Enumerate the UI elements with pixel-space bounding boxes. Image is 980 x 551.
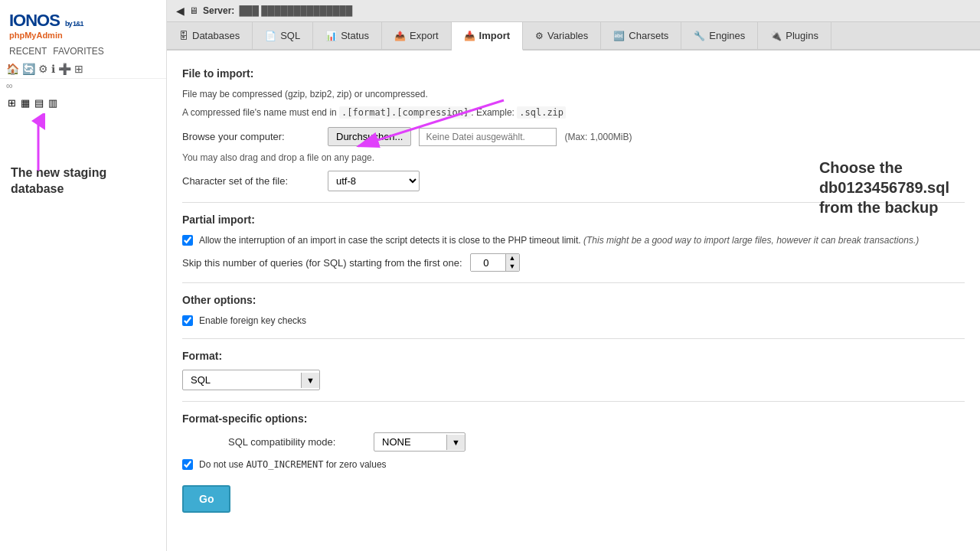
compat-mode-select-wrap: NONE ▼	[374, 432, 466, 452]
charset-label: Character set of the file:	[182, 175, 320, 187]
drag-drop-note: You may also drag and drop a file on any…	[182, 152, 965, 163]
db-icon-2[interactable]: ▤	[34, 97, 44, 109]
other-options-title: Other options:	[182, 294, 965, 306]
sql-icon: 📄	[265, 31, 276, 41]
info-icon[interactable]: ℹ	[51, 63, 55, 75]
recent-link[interactable]: RECENT	[9, 46, 47, 57]
engines-icon: 🔧	[694, 31, 705, 41]
format-dropdown-arrow[interactable]: ▼	[301, 373, 319, 388]
tab-status[interactable]: 📊 Status	[313, 22, 382, 49]
db-icon-1[interactable]: ▦	[21, 97, 30, 109]
settings-icon[interactable]: ⚙	[38, 63, 48, 75]
separator-3	[182, 338, 965, 339]
format-specific-title: Format-specific options:	[182, 412, 965, 425]
favorites-link[interactable]: FAVORITES	[53, 46, 103, 57]
file-name-display[interactable]	[419, 128, 557, 146]
server-label: Server:	[203, 5, 234, 16]
spin-buttons: ▲ ▼	[505, 254, 519, 271]
format-select-wrap: SQL ▼	[182, 370, 320, 390]
browse-label: Browse your computer:	[182, 131, 320, 142]
db-expand-icon[interactable]: ⊞	[8, 97, 16, 109]
file-desc-1: File may be compressed (gzip, bzip2, zip…	[182, 87, 965, 101]
sidebar-toolbar: 🏠 🔄 ⚙ ℹ ➕ ⊞	[0, 60, 166, 79]
import-content: Choose thedb0123456789.sqlfrom the backu…	[167, 51, 980, 551]
tab-charsets[interactable]: 🔤 Charsets	[601, 22, 681, 49]
tab-import[interactable]: 📥 Import	[452, 22, 523, 51]
max-size-label: (Max: 1,000MiB)	[564, 132, 632, 142]
file-to-import-title: File to import:	[182, 67, 965, 80]
status-icon: 📊	[325, 31, 337, 41]
top-bar: ◀ 🖥 Server: ███ ██████████████	[167, 0, 980, 22]
variables-icon: ⚙	[535, 31, 544, 41]
import-icon: 📥	[464, 31, 475, 41]
tab-databases[interactable]: 🗄 Databases	[167, 22, 253, 49]
server-icon: 🖥	[189, 5, 198, 16]
skip-queries-label: Skip this number of queries (for SQL) st…	[182, 257, 462, 269]
separator-1	[182, 202, 965, 203]
charsets-icon: 🔤	[613, 31, 625, 41]
compat-mode-row: SQL compatibility mode: NONE ▼	[182, 432, 965, 452]
sidebar-annotation-area: The new staging database	[0, 113, 166, 545]
foreign-key-row: Enable foreign key checks	[182, 314, 965, 328]
export-icon: 📤	[394, 31, 406, 41]
db-icon-3[interactable]: ▥	[48, 97, 57, 109]
databases-icon: 🗄	[179, 31, 188, 41]
link-indicator: ∞	[0, 79, 166, 93]
tab-engines[interactable]: 🔧 Engines	[681, 22, 758, 49]
spin-up-button[interactable]: ▲	[506, 254, 519, 262]
auto-increment-checkbox[interactable]	[182, 459, 193, 470]
compat-mode-arrow[interactable]: ▼	[446, 435, 465, 450]
by-label: by 1&1	[65, 20, 83, 28]
charset-row: Character set of the file: utf-8 latin1 …	[182, 171, 965, 191]
allow-interrupt-label: Allow the interruption of an import in c…	[199, 233, 919, 247]
sidebar: IONOS by 1&1 phpMyAdmin RECENT FAVORITES…	[0, 0, 167, 551]
pma-label: phpMyAdmin	[9, 31, 83, 40]
server-info: ███ ██████████████	[239, 5, 352, 16]
tab-variables[interactable]: ⚙ Variables	[523, 22, 601, 49]
nav-tabs: 🗄 Databases 📄 SQL 📊 Status 📤 Export 📥 Im…	[167, 22, 980, 51]
auto-increment-row: Do not use AUTO_INCREMENT for zero value…	[182, 458, 965, 471]
charset-select[interactable]: utf-8 latin1 utf-16	[328, 171, 420, 191]
tab-sql[interactable]: 📄 SQL	[253, 22, 313, 49]
skip-queries-input[interactable]	[471, 255, 505, 271]
skip-queries-input-wrap: ▲ ▼	[470, 253, 520, 272]
main-panel: ◀ 🖥 Server: ███ ██████████████ 🗄 Databas…	[167, 0, 980, 551]
foreign-key-checkbox[interactable]	[182, 315, 193, 326]
auto-increment-label: Do not use AUTO_INCREMENT for zero value…	[199, 458, 387, 471]
plus-icon[interactable]: ➕	[58, 63, 71, 75]
home-icon[interactable]: 🏠	[6, 63, 19, 75]
browse-button[interactable]: Durchsuchen...	[328, 127, 411, 146]
browse-file-row: Browse your computer: Durchsuchen... (Ma…	[182, 127, 965, 146]
separator-2	[182, 282, 965, 283]
partial-import-title: Partial import:	[182, 214, 965, 226]
ionos-logo: IONOS by 1&1	[9, 12, 83, 29]
format-display: SQL	[183, 370, 301, 390]
annotation-up-arrow	[15, 113, 61, 174]
plugins-icon: 🔌	[770, 31, 782, 41]
skip-queries-row: Skip this number of queries (for SQL) st…	[182, 253, 965, 272]
recent-favorites-bar: RECENT FAVORITES	[0, 43, 166, 60]
compat-mode-display: NONE	[374, 433, 446, 451]
console-icon[interactable]: ⊞	[74, 63, 83, 75]
allow-interrupt-checkbox[interactable]	[182, 235, 193, 246]
allow-interrupt-row: Allow the interruption of an import in c…	[182, 233, 965, 247]
back-button[interactable]: ◀	[176, 5, 185, 17]
refresh-icon[interactable]: 🔄	[22, 63, 35, 75]
tab-plugins[interactable]: 🔌 Plugins	[758, 22, 831, 49]
spin-down-button[interactable]: ▼	[506, 262, 519, 271]
format-title: Format:	[182, 350, 965, 362]
foreign-key-label: Enable foreign key checks	[199, 314, 306, 328]
tab-export[interactable]: 📤 Export	[382, 22, 452, 49]
db-toolbar: ⊞ ▦ ▤ ▥	[0, 93, 166, 113]
separator-4	[182, 401, 965, 402]
logo-area: IONOS by 1&1 phpMyAdmin	[0, 6, 166, 43]
compat-mode-label: SQL compatibility mode:	[228, 436, 366, 448]
go-button[interactable]: Go	[182, 485, 230, 513]
file-desc-2: A compressed file's name must end in .[f…	[182, 106, 965, 119]
